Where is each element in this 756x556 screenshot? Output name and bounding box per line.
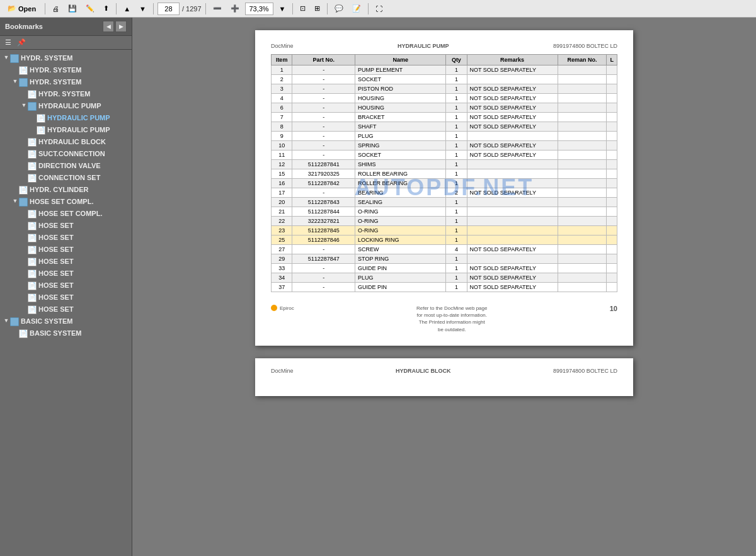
tree-label: HOSE SET	[38, 305, 129, 314]
sidebar-item-1[interactable]: ▼HYDR. SYSTEM	[0, 52, 132, 64]
cell-remarks	[467, 169, 558, 179]
markup-button[interactable]: 📝	[349, 3, 364, 14]
header-right: 8991974800 BOLTEC LD	[553, 43, 617, 49]
tree-toggle[interactable]: ▼	[3, 54, 10, 62]
footer-note-line3: The Printed information might	[419, 319, 485, 325]
sidebar-tool-list[interactable]: ☰	[3, 38, 13, 47]
cell-reman	[558, 169, 607, 179]
tree-toggle[interactable]: ▼	[3, 317, 10, 325]
tree-label: HOSE SET	[38, 245, 129, 254]
tree-label: BASIC SYSTEM	[21, 317, 129, 326]
edit-button[interactable]: ✏️	[83, 3, 98, 14]
doc-icon: 📄	[28, 246, 37, 254]
sidebar-item-2[interactable]: 📄HYDR. SYSTEM	[0, 64, 132, 76]
sidebar-item-16[interactable]: 📄HOSE SET	[0, 232, 132, 244]
cell-qty: 1	[446, 132, 467, 141]
zoom-in-button[interactable]: ➕	[227, 3, 243, 14]
nav-prev-button[interactable]: ▲	[120, 3, 134, 14]
cell-qty: 1	[446, 103, 467, 113]
cell-part_no: 5112287841	[292, 160, 355, 169]
fit-width-button[interactable]: ⊞	[311, 3, 323, 14]
cell-reman	[558, 122, 607, 132]
cell-qty: 1	[446, 226, 467, 235]
upload-button[interactable]: ⬆	[100, 3, 112, 14]
sidebar-item-4[interactable]: 📄HYDR. SYSTEM	[0, 88, 132, 100]
cell-qty: 1	[446, 94, 467, 103]
sidebar-item-24[interactable]: 📄BASIC SYSTEM	[0, 327, 132, 339]
footer-note: Refer to the DocMine web page for most u…	[416, 305, 488, 333]
page-input[interactable]	[158, 3, 180, 15]
cell-qty: 1	[446, 169, 467, 179]
sidebar-tool-add[interactable]: 📌	[15, 38, 28, 47]
cell-name: SCREW	[355, 245, 446, 254]
cell-reman	[558, 188, 607, 198]
cell-reman	[558, 283, 607, 292]
tree-label: HOSE SET COMPL.	[30, 197, 129, 206]
tree-toggle[interactable]: ▼	[11, 198, 19, 205]
tree-toggle[interactable]: ▼	[20, 102, 28, 110]
cell-part_no: 3222327821	[292, 217, 355, 226]
sidebar-item-14[interactable]: 📄HOSE SET COMPL.	[0, 208, 132, 220]
cell-reman	[558, 235, 607, 245]
sidebar-item-9[interactable]: 📄SUCT.CONNECTION	[0, 148, 132, 160]
col-header-name: Name	[355, 55, 446, 65]
tree-toggle[interactable]: ▼	[11, 78, 19, 86]
cell-remarks	[467, 198, 558, 207]
sidebar-item-22[interactable]: 📄HOSE SET	[0, 304, 132, 315]
sidebar-item-17[interactable]: 📄HOSE SET	[0, 244, 132, 256]
cell-item: 15	[272, 169, 292, 179]
sidebar-item-21[interactable]: 📄HOSE SET	[0, 292, 132, 304]
sidebar-collapse-button[interactable]: ◀	[103, 21, 114, 32]
zoom-out-button[interactable]: ➖	[210, 3, 225, 14]
cell-reman	[558, 103, 607, 113]
cell-name: BEARING	[355, 188, 446, 198]
sidebar-item-7[interactable]: 📄HYDRAULIC PUMP	[0, 124, 132, 136]
sidebar-item-3[interactable]: ▼HYDR. SYSTEM	[0, 76, 132, 88]
cell-remarks: NOT SOLD SEPARATELY	[467, 122, 558, 132]
zoom-input[interactable]	[245, 3, 273, 15]
footer-note-line4: be outdated.	[438, 327, 466, 332]
sidebar-item-8[interactable]: 📄HYDRAULIC BLOCK	[0, 136, 132, 148]
cell-remarks: NOT SOLD SEPARATELY	[467, 150, 558, 160]
table-row: 37-GUIDE PIN1NOT SOLD SEPARATELY	[272, 283, 617, 292]
table-row: 34-PLUG1NOT SOLD SEPARATELY	[272, 273, 617, 283]
table-row: 33-GUIDE PIN1NOT SOLD SEPARATELY	[272, 264, 617, 273]
cell-name: HOUSING	[355, 103, 446, 113]
cell-name: GUIDE PIN	[355, 283, 446, 292]
footer-brand: Epiroc	[271, 305, 294, 311]
sidebar-item-12[interactable]: 📄HYDR. CYLINDER	[0, 184, 132, 196]
cell-item: 3	[272, 84, 292, 94]
fullscreen-button[interactable]: ⛶	[372, 3, 386, 14]
zoom-dropdown-button[interactable]: ▼	[276, 3, 289, 14]
cell-l	[607, 188, 617, 198]
open-button[interactable]: 📂 Open	[3, 3, 41, 14]
sidebar-item-19[interactable]: 📄HOSE SET	[0, 268, 132, 280]
cell-item: 22	[272, 217, 292, 226]
separator2	[116, 3, 117, 14]
sidebar-item-15[interactable]: 📄HOSE SET	[0, 220, 132, 232]
comment-button[interactable]: 💬	[331, 3, 346, 14]
sidebar-item-23[interactable]: ▼BASIC SYSTEM	[0, 315, 132, 327]
cell-part_no: -	[292, 132, 355, 141]
fit-page-button[interactable]: ⊡	[297, 3, 309, 14]
cell-part_no: -	[292, 113, 355, 122]
sidebar-item-6[interactable]: 📄HYDRAULIC PUMP	[0, 112, 132, 124]
cell-l	[607, 113, 617, 122]
sidebar-item-5[interactable]: ▼HYDRAULIC PUMP	[0, 100, 132, 112]
cell-qty: 1	[446, 207, 467, 217]
sidebar-item-18[interactable]: 📄HOSE SET	[0, 256, 132, 268]
cell-item: 37	[272, 283, 292, 292]
save-button[interactable]: 💾	[65, 3, 80, 14]
sidebar-expand-button[interactable]: ▶	[115, 21, 127, 32]
sidebar-item-11[interactable]: 📄CONNECTION SET	[0, 172, 132, 184]
cell-part_no: -	[292, 283, 355, 292]
cell-reman	[558, 113, 607, 122]
sidebar-item-13[interactable]: ▼HOSE SET COMPL.	[0, 196, 132, 208]
sidebar-item-10[interactable]: 📄DIRECTION VALVE	[0, 160, 132, 172]
doc-icon: 📄	[37, 126, 45, 135]
tree-label: HYDR. CYLINDER	[30, 185, 129, 194]
sidebar-tree: ▼HYDR. SYSTEM📄HYDR. SYSTEM▼HYDR. SYSTEM📄…	[0, 50, 132, 556]
sidebar-item-20[interactable]: 📄HOSE SET	[0, 280, 132, 292]
nav-next-button[interactable]: ▼	[136, 3, 149, 14]
print-button[interactable]: 🖨	[49, 3, 62, 14]
